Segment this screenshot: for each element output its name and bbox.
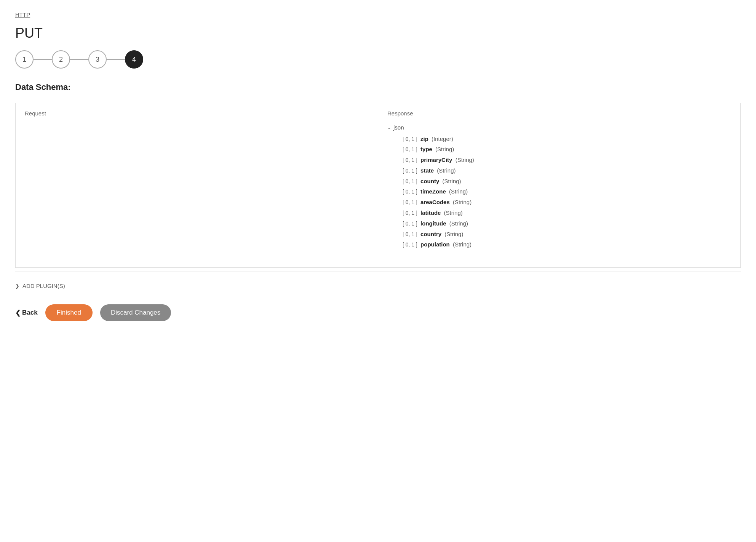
json-field-row: [ 0, 1 ] longitude (String)	[387, 219, 731, 229]
field-type: (String)	[442, 208, 462, 218]
section-title: Data Schema:	[15, 82, 741, 92]
step-2[interactable]: 2	[52, 50, 70, 69]
json-field-row: [ 0, 1 ] areaCodes (String)	[387, 197, 731, 207]
json-root-label: json	[393, 123, 404, 133]
response-panel-label: Response	[378, 103, 740, 117]
step-1-label: 1	[22, 56, 26, 64]
chevron-right-icon: ❯	[15, 283, 19, 289]
field-type: (String)	[454, 155, 474, 165]
field-name: latitude	[420, 208, 441, 218]
step-indicator: 1 2 3 4	[15, 50, 741, 69]
json-field-row: [ 0, 1 ] state (String)	[387, 166, 731, 176]
finished-button[interactable]: Finished	[45, 304, 93, 321]
add-plugins[interactable]: ❯ ADD PLUGIN(S)	[15, 281, 741, 291]
field-type: (String)	[451, 197, 472, 207]
back-button[interactable]: ❮ Back	[15, 309, 38, 317]
field-range: [ 0, 1 ]	[403, 219, 417, 229]
method-title: PUT	[15, 25, 741, 41]
footer-actions: ❮ Back Finished Discard Changes	[15, 304, 741, 321]
field-range: [ 0, 1 ]	[403, 156, 417, 165]
response-panel: Response ⌄ json [ 0, 1 ] zip (Integer)[ …	[378, 103, 740, 267]
json-field-row: [ 0, 1 ] type (String)	[387, 144, 731, 154]
field-name: zip	[420, 134, 428, 144]
field-type: (String)	[448, 219, 468, 229]
chevron-down-icon: ⌄	[387, 124, 391, 131]
field-name: timeZone	[420, 187, 446, 197]
back-label: Back	[22, 309, 38, 317]
step-1[interactable]: 1	[15, 50, 34, 69]
field-range: [ 0, 1 ]	[403, 230, 417, 239]
json-field-row: [ 0, 1 ] population (String)	[387, 240, 731, 249]
step-connector-3	[107, 59, 125, 60]
back-chevron-icon: ❮	[15, 309, 21, 317]
field-name: areaCodes	[420, 197, 450, 207]
field-type: (String)	[434, 144, 454, 154]
field-name: primaryCity	[420, 155, 452, 165]
field-range: [ 0, 1 ]	[403, 240, 417, 249]
finished-label: Finished	[57, 309, 81, 316]
json-field-row: [ 0, 1 ] zip (Integer)	[387, 134, 731, 144]
json-field-row: [ 0, 1 ] primaryCity (String)	[387, 155, 731, 165]
field-range: [ 0, 1 ]	[403, 177, 417, 186]
step-4-label: 4	[132, 56, 136, 64]
field-range: [ 0, 1 ]	[403, 187, 417, 197]
step-4[interactable]: 4	[125, 50, 143, 69]
field-name: county	[420, 176, 439, 186]
step-connector-2	[70, 59, 88, 60]
field-name: longitude	[420, 219, 446, 229]
step-connector-1	[34, 59, 52, 60]
field-type: (String)	[441, 176, 461, 186]
field-range: [ 0, 1 ]	[403, 135, 417, 144]
field-type: (String)	[443, 229, 463, 239]
json-root-node: ⌄ json	[387, 123, 731, 133]
request-panel-body	[16, 123, 378, 267]
field-range: [ 0, 1 ]	[403, 145, 417, 154]
field-type: (String)	[435, 166, 456, 176]
divider	[15, 272, 741, 272]
field-name: state	[420, 166, 434, 176]
field-range: [ 0, 1 ]	[403, 209, 417, 218]
json-field-row: [ 0, 1 ] timeZone (String)	[387, 187, 731, 197]
json-tree: ⌄ json [ 0, 1 ] zip (Integer)[ 0, 1 ] ty…	[387, 123, 731, 249]
discard-label: Discard Changes	[111, 309, 160, 316]
add-plugins-label: ADD PLUGIN(S)	[22, 283, 65, 289]
discard-changes-button[interactable]: Discard Changes	[100, 304, 171, 321]
request-panel: Request	[16, 103, 378, 267]
step-2-label: 2	[59, 56, 63, 64]
step-3[interactable]: 3	[88, 50, 107, 69]
field-type: (String)	[448, 187, 468, 197]
field-name: population	[420, 240, 450, 249]
json-fields-container: [ 0, 1 ] zip (Integer)[ 0, 1 ] type (Str…	[387, 134, 731, 250]
response-panel-body: ⌄ json [ 0, 1 ] zip (Integer)[ 0, 1 ] ty…	[378, 123, 740, 267]
page-container: HTTP PUT 1 2 3 4 Data Schema: Request Re…	[0, 0, 756, 542]
field-range: [ 0, 1 ]	[403, 198, 417, 207]
field-name: country	[420, 229, 441, 239]
field-range: [ 0, 1 ]	[403, 166, 417, 176]
schema-columns: Request Response ⌄ json [ 0, 1 ] zip (In…	[15, 103, 741, 268]
step-3-label: 3	[96, 56, 99, 64]
request-panel-label: Request	[16, 103, 378, 117]
field-type: (String)	[451, 240, 472, 249]
breadcrumb-link[interactable]: HTTP	[15, 11, 30, 18]
breadcrumb[interactable]: HTTP	[15, 11, 741, 18]
json-field-row: [ 0, 1 ] latitude (String)	[387, 208, 731, 218]
field-type: (Integer)	[430, 134, 453, 144]
json-field-row: [ 0, 1 ] county (String)	[387, 176, 731, 186]
field-name: type	[420, 144, 432, 154]
json-field-row: [ 0, 1 ] country (String)	[387, 229, 731, 239]
